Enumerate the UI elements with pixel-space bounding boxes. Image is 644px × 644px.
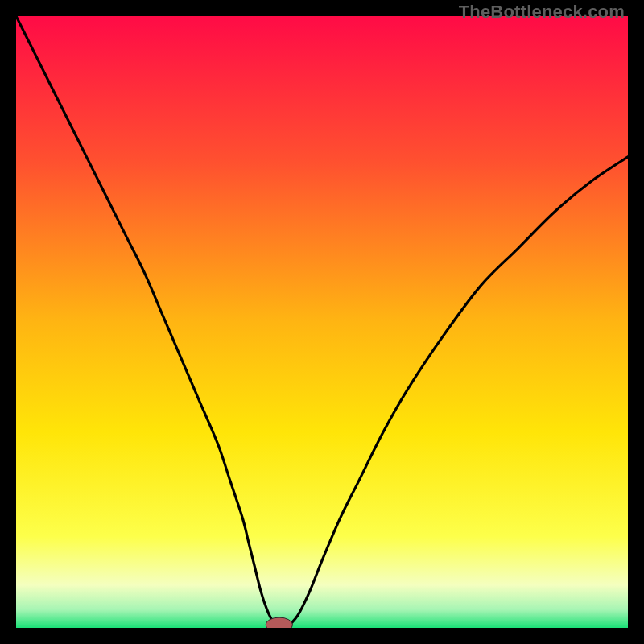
- chart-frame: [16, 16, 628, 628]
- gradient-background: [16, 16, 628, 628]
- watermark-text: TheBottleneck.com: [459, 2, 625, 23]
- chart-svg: [16, 16, 628, 628]
